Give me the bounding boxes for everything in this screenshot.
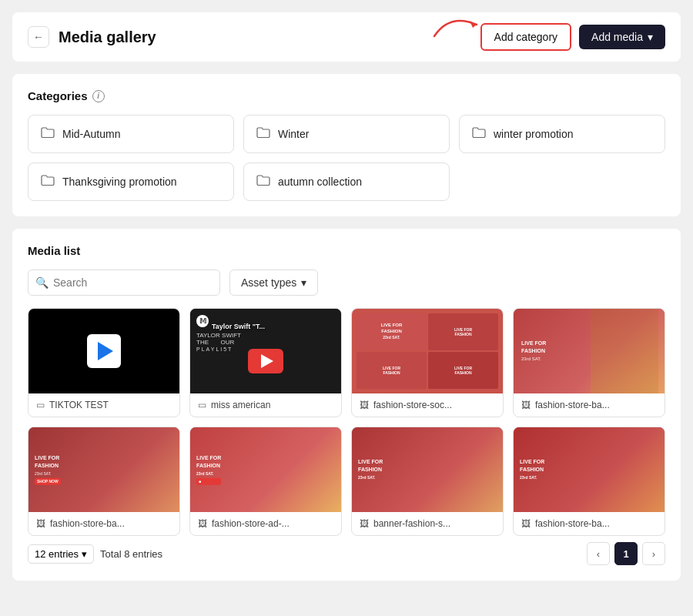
media-item-banner-fashion[interactable]: LIVE FORFASHION23rd SAT. 🖼 banner-fashio…	[351, 427, 504, 536]
header-left: ← Media gallery	[28, 26, 156, 48]
folder-icon	[472, 126, 486, 142]
image-icon: 🖼	[36, 518, 45, 529]
media-name: miss american	[211, 400, 270, 410]
pagination-right: ‹ 1 ›	[587, 542, 665, 565]
media-name: TIKTOK TEST	[49, 400, 109, 410]
add-media-button[interactable]: Add media ▾	[579, 25, 665, 49]
category-item-thanksgiving[interactable]: Thanksgiving promotion	[28, 162, 234, 201]
media-item-fashion-ba1[interactable]: LIVE FORFASHION23rd SAT. 🖼 fashion-store…	[513, 308, 665, 417]
media-item-tiktok-test[interactable]: ▭ TIKTOK TEST	[28, 308, 180, 417]
image-icon: 🖼	[360, 400, 369, 410]
categories-title: Categories i	[28, 89, 665, 102]
category-label: Winter	[278, 128, 309, 140]
media-thumbnail: LIVE FORFASHION23rd SAT.■	[190, 427, 341, 512]
header: ← Media gallery Add category Add media ▾	[12, 12, 681, 62]
image-icon: 🖼	[521, 400, 531, 410]
media-list-section: Media list 🔍 Asset types ▾	[12, 229, 681, 581]
image-icon: 🖼	[360, 518, 369, 529]
category-label: Mid-Autumn	[62, 128, 120, 140]
media-caption: 🖼 fashion-store-soc...	[352, 393, 503, 417]
media-name: fashion-store-ba...	[50, 518, 125, 529]
media-thumbnail	[28, 309, 179, 393]
media-item-fashion-soc[interactable]: LIVE FORFASHION23rd SAT. LIVE FORFASHION…	[351, 308, 504, 417]
search-icon: 🔍	[35, 276, 49, 289]
yt-channel-avatar: 𝕄	[196, 315, 209, 327]
media-caption: 🖼 fashion-store-ba...	[28, 512, 179, 535]
media-thumbnail: LIVE FORFASHION23rd SAT.	[514, 427, 665, 512]
folder-icon	[256, 174, 270, 189]
chevron-down-icon: ▾	[301, 276, 306, 289]
info-icon: i	[92, 90, 105, 102]
media-caption: ▭ miss american	[190, 393, 341, 417]
media-item-fashion-ba3[interactable]: LIVE FORFASHION23rd SAT. 🖼 fashion-store…	[513, 427, 665, 536]
media-thumbnail: LIVE FORFASHION23rd SAT. LIVE FORFASHION…	[352, 309, 503, 393]
entries-left: 12 entries ▾ Total 8 entries	[28, 544, 162, 564]
image-icon: 🖼	[521, 518, 531, 529]
media-list-title: Media list	[28, 244, 665, 257]
search-filter-row: 🔍 Asset types ▾	[28, 270, 665, 296]
category-item-autumn-collection[interactable]: autumn collection	[243, 162, 450, 201]
video-icon: ▭	[198, 400, 206, 410]
svg-marker-0	[470, 21, 477, 28]
media-item-miss-american[interactable]: 𝕄 Taylor Swift "T... TAYLOR SWIFTTHE OUR…	[189, 308, 342, 417]
page-1-button[interactable]: 1	[614, 542, 638, 565]
categories-section: Categories i Mid-Autumn Winter winter pr…	[12, 74, 681, 216]
asset-types-button[interactable]: Asset types ▾	[229, 270, 318, 296]
prev-page-button[interactable]: ‹	[587, 542, 610, 565]
media-thumbnail: LIVE FORFASHION23rd SAT.	[352, 427, 503, 512]
media-name: fashion-store-ba...	[535, 518, 610, 529]
play-icon	[87, 334, 121, 368]
media-item-fashion-ba2[interactable]: LIVE FORFASHION23rd SAT.SHOP NOW 🖼 fashi…	[28, 427, 180, 536]
video-icon: ▭	[36, 400, 45, 410]
category-item-mid-autumn[interactable]: Mid-Autumn	[28, 115, 234, 153]
media-thumbnail: LIVE FORFASHION23rd SAT.SHOP NOW	[28, 427, 179, 512]
media-item-fashion-ad[interactable]: LIVE FORFASHION23rd SAT.■ 🖼 fashion-stor…	[189, 427, 342, 536]
media-grid: ▭ TIKTOK TEST 𝕄 Taylor Swift "T... TAYLO…	[28, 308, 665, 536]
entries-dropdown[interactable]: 12 entries ▾	[28, 544, 94, 564]
folder-icon	[256, 126, 270, 142]
media-caption: 🖼 banner-fashion-s...	[352, 512, 503, 535]
total-entries: Total 8 entries	[100, 548, 162, 560]
media-thumbnail: 𝕄 Taylor Swift "T... TAYLOR SWIFTTHE OUR…	[190, 309, 341, 393]
folder-icon	[41, 174, 55, 189]
search-wrap: 🔍	[28, 270, 220, 296]
back-button[interactable]: ←	[28, 26, 49, 48]
categories-grid: Mid-Autumn Winter winter promotion Thank…	[28, 115, 665, 201]
folder-icon	[41, 126, 55, 142]
yt-play-icon	[248, 349, 283, 373]
media-caption: 🖼 fashion-store-ba...	[514, 512, 665, 535]
search-input[interactable]	[28, 270, 220, 296]
media-caption: 🖼 fashion-store-ad-...	[190, 512, 341, 535]
media-thumbnail: LIVE FORFASHION23rd SAT.	[514, 309, 665, 393]
page-title: Media gallery	[59, 28, 156, 46]
media-caption: ▭ TIKTOK TEST	[28, 393, 179, 417]
category-label: winter promotion	[494, 128, 574, 140]
image-icon: 🖼	[198, 518, 207, 529]
add-category-button[interactable]: Add category	[480, 23, 572, 51]
media-caption: 🖼 fashion-store-ba...	[514, 393, 665, 417]
media-name: fashion-store-ba...	[535, 400, 610, 410]
next-page-button[interactable]: ›	[642, 542, 665, 565]
media-name: banner-fashion-s...	[373, 518, 450, 529]
category-label: Thanksgiving promotion	[62, 176, 177, 188]
arrow-annotation	[427, 9, 488, 42]
media-name: fashion-store-ad-...	[212, 518, 290, 529]
pagination-row: 12 entries ▾ Total 8 entries ‹ 1 ›	[28, 542, 665, 565]
media-name: fashion-store-soc...	[373, 400, 452, 410]
header-right: Add category Add media ▾	[480, 23, 665, 51]
category-item-winter[interactable]: Winter	[243, 115, 450, 153]
category-label: autumn collection	[278, 176, 362, 188]
category-item-winter-promotion[interactable]: winter promotion	[459, 115, 665, 153]
